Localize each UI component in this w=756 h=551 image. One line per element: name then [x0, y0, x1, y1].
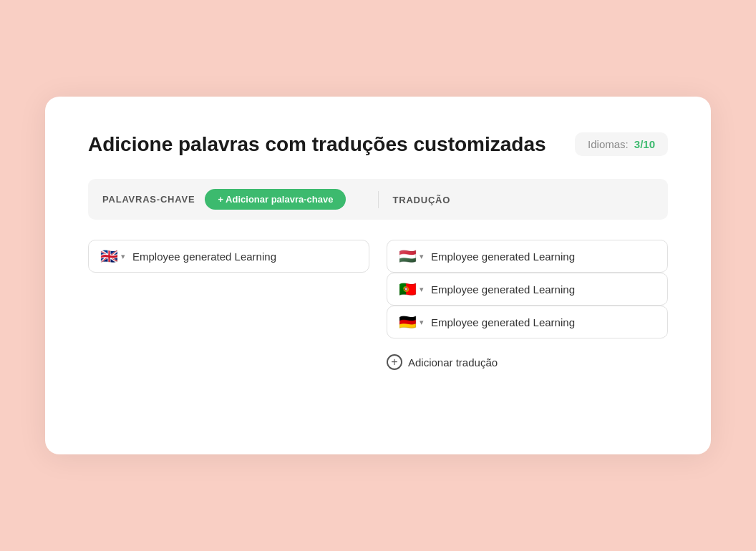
- translation-flag-chevron-de: ▾: [420, 318, 424, 327]
- translation-text-hu: Employee generated Learning: [431, 250, 656, 263]
- translation-flag-hu: 🇭🇺: [399, 249, 417, 263]
- keyword-text: Employee generated Learning: [132, 250, 357, 263]
- keywords-column-header: PALAVRAS-CHAVE + Adicionar palavra-chave: [102, 189, 364, 210]
- translation-flag-chevron-pt: ▾: [420, 285, 424, 294]
- keyword-flag-selector[interactable]: 🇬🇧 ▾: [100, 249, 125, 263]
- translation-text-pt: Employee generated Learning: [431, 283, 656, 296]
- add-translation-button[interactable]: + Adicionar tradução: [387, 351, 668, 373]
- translation-text-de: Employee generated Learning: [431, 316, 656, 328]
- right-column: 🇭🇺 ▾ Employee generated Learning 🇵🇹 ▾ Em…: [387, 240, 668, 373]
- keyword-flag-chevron: ▾: [121, 252, 125, 261]
- add-translation-icon: +: [387, 354, 402, 370]
- main-card: Adicione palavras com traduções customiz…: [45, 97, 711, 454]
- translation-row-hu: 🇭🇺 ▾ Employee generated Learning: [387, 240, 668, 273]
- card-header: Adicione palavras com traduções customiz…: [88, 132, 668, 156]
- idiomas-count: 3/10: [634, 138, 655, 150]
- add-translation-label: Adicionar tradução: [408, 356, 498, 369]
- keyword-input-box: 🇬🇧 ▾ Employee generated Learning: [88, 240, 369, 273]
- idiomas-badge: Idiomas: 3/10: [575, 132, 668, 156]
- page-title: Adicione palavras com traduções customiz…: [88, 133, 558, 156]
- keywords-label: PALAVRAS-CHAVE: [102, 194, 195, 205]
- translation-column-header: TRADUÇÃO: [393, 193, 654, 206]
- translation-flag-selector-hu[interactable]: 🇭🇺 ▾: [399, 249, 424, 263]
- translation-label: TRADUÇÃO: [393, 195, 451, 205]
- translation-row-de: 🇩🇪 ▾ Employee generated Learning: [387, 306, 668, 338]
- translation-flag-de: 🇩🇪: [399, 315, 417, 329]
- translation-flag-selector-de[interactable]: 🇩🇪 ▾: [399, 315, 424, 329]
- translation-flag-chevron-hu: ▾: [420, 252, 424, 261]
- columns-header: PALAVRAS-CHAVE + Adicionar palavra-chave…: [88, 179, 668, 220]
- column-divider: [378, 191, 379, 208]
- idiomas-label: Idiomas:: [588, 138, 629, 150]
- add-keyword-button[interactable]: + Adicionar palavra-chave: [205, 189, 346, 210]
- left-column: 🇬🇧 ▾ Employee generated Learning: [88, 240, 369, 373]
- translation-row-pt: 🇵🇹 ▾ Employee generated Learning: [387, 273, 668, 306]
- translation-flag-pt: 🇵🇹: [399, 282, 417, 296]
- content-area: 🇬🇧 ▾ Employee generated Learning 🇭🇺 ▾ Em…: [88, 240, 668, 373]
- keyword-flag: 🇬🇧: [100, 249, 118, 263]
- translation-flag-selector-pt[interactable]: 🇵🇹 ▾: [399, 282, 424, 296]
